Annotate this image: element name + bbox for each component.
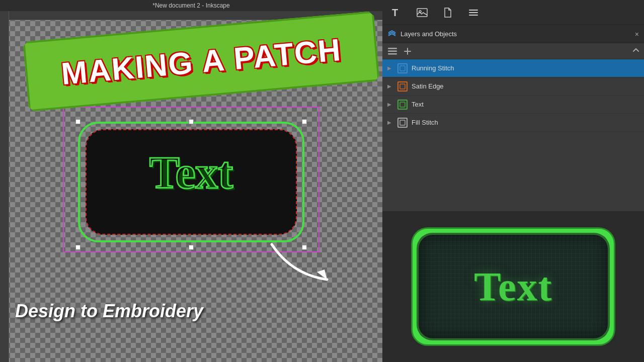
embroidered-patch-preview: Text [413,229,614,344]
layer-chevron-fill: ▶ [387,120,393,125]
handle-bl[interactable] [75,245,80,250]
layer-item-running-stitch[interactable]: ▶ Running Stitch [382,59,644,77]
layer-icon-running [397,63,408,73]
layer-label-running: Running Stitch [412,64,454,72]
handle-tm[interactable] [189,119,194,124]
patch-design[interactable]: Text [78,122,304,247]
arrow [262,234,342,297]
layers-icon [387,30,396,39]
svg-rect-8 [388,50,397,52]
banner: MAKING A PATCH [23,11,380,112]
title-bar-text: *New document 2 - Inkscape [152,2,229,9]
layer-item-satin-edge[interactable]: ▶ Satin Edge [382,77,644,96]
patch-text-label: Text [78,147,304,199]
layer-icon-text [397,100,408,110]
menu-tool-icon[interactable] [464,4,482,22]
layer-label-satin: Satin Edge [412,82,444,90]
svg-rect-12 [400,66,405,71]
svg-rect-15 [400,120,405,125]
svg-text:T: T [392,7,398,18]
layer-icon-satin [397,81,408,92]
layers-add-btn[interactable] [401,45,414,57]
layer-item-text[interactable]: ▶ Text [382,96,644,114]
right-toolbar: T [382,0,644,25]
canvas-area: *New document 2 - Inkscape MAKING A PATC… [0,0,382,362]
layer-chevron-text: ▶ [387,102,393,107]
handle-bm[interactable] [189,245,194,250]
canvas-background[interactable]: MAKING A PATCH Text Design to Embroidery [0,11,382,362]
svg-rect-7 [388,48,397,49]
layer-chevron-running: ▶ [387,65,393,71]
handle-tl[interactable] [75,119,80,124]
svg-rect-4 [469,10,478,11]
right-panel: T [382,0,644,362]
handle-tr[interactable] [302,119,307,124]
svg-rect-6 [469,15,478,16]
svg-rect-11 [404,51,411,52]
layers-subheader [382,43,644,59]
preview-area: Text [382,211,644,362]
banner-text: MAKING A PATCH [60,31,343,91]
svg-rect-5 [469,12,478,13]
layer-chevron-satin: ▶ [387,83,393,89]
image-tool-icon[interactable] [413,4,431,22]
layers-menu-btn[interactable] [386,45,398,57]
layer-item-fill-stitch[interactable]: ▶ Fill Stitch [382,114,644,132]
subtitle-text: Design to Embroidery [15,301,203,322]
embroidered-text: Text [474,264,552,310]
layer-label-text: Text [412,101,424,108]
ruler-vertical [0,11,9,362]
layers-panel-title: Layers and Objects [400,30,631,38]
text-tool-icon[interactable]: T [387,4,406,22]
svg-rect-9 [388,53,397,55]
svg-rect-14 [400,102,405,107]
layer-icon-fill [397,118,408,128]
document-tool-icon[interactable] [439,4,457,22]
layers-panel: Layers and Objects × [382,25,644,211]
layers-collapse-btn[interactable] [632,46,640,56]
title-bar: *New document 2 - Inkscape [0,0,382,11]
svg-rect-13 [400,84,405,89]
layers-panel-close[interactable]: × [635,30,639,38]
layer-label-fill: Fill Stitch [412,119,438,126]
layers-header: Layers and Objects × [382,25,644,43]
